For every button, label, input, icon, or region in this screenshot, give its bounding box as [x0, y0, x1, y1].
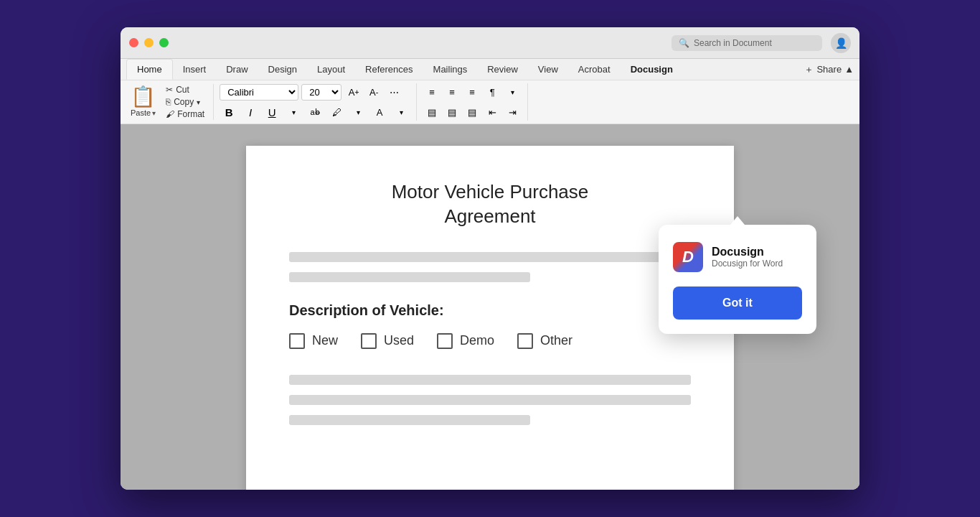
tab-docusign[interactable]: Docusign	[621, 60, 683, 79]
highlight-dropdown[interactable]: ▾	[349, 103, 367, 121]
font-size-buttons: A+ A- ⋯	[344, 83, 403, 101]
tab-review[interactable]: Review	[477, 60, 528, 79]
font-group: Calibri 20 A+ A- ⋯ B I U ▾ ab	[220, 83, 417, 121]
checkbox-used-box[interactable]	[361, 333, 377, 349]
decrease-font-button[interactable]: A-	[364, 83, 383, 101]
share-label: Share	[816, 64, 842, 75]
font-color-dropdown[interactable]: ▾	[392, 103, 410, 121]
doc-line-5	[289, 415, 530, 425]
checkbox-other-box[interactable]	[517, 333, 533, 349]
italic-button[interactable]: I	[241, 103, 260, 121]
underline-dropdown[interactable]: ▾	[284, 103, 303, 121]
align-justify-left[interactable]: ▤	[423, 103, 441, 121]
doc-line-4	[289, 395, 691, 405]
vehicle-section-title: Description of Vehicle:	[289, 302, 691, 319]
chevron-up-icon: ▲	[844, 64, 854, 75]
font-color-button[interactable]: A	[370, 103, 389, 121]
user-icon[interactable]: 👤	[831, 33, 851, 53]
share-button[interactable]: ＋ Share ▲	[804, 63, 854, 76]
maximize-button[interactable]	[159, 38, 169, 47]
align-right-button[interactable]: ≡	[463, 83, 481, 101]
font-options-button[interactable]: ⋯	[385, 83, 403, 101]
font-row-2: B I U ▾ ab̶ 🖊 ▾ A ▾	[220, 103, 410, 121]
search-placeholder: Search in Document	[694, 38, 772, 48]
highlight-color-button[interactable]: 🖊	[327, 103, 346, 121]
align-center-button[interactable]: ≡	[443, 83, 461, 101]
copy-dropdown-arrow: ▾	[197, 98, 200, 106]
popup-app-name: Docusign	[712, 246, 783, 258]
tab-view[interactable]: View	[528, 60, 568, 79]
popup-header: D Docusign Docusign for Word	[673, 242, 802, 272]
font-size-select[interactable]: 20	[301, 84, 341, 101]
paragraph-group: ≡ ≡ ≡ ¶ ▾ ▤ ▤ ▤ ⇤ ⇥	[423, 83, 528, 121]
checkbox-demo-box[interactable]	[437, 333, 453, 349]
search-bar[interactable]: 🔍 Search in Document	[672, 35, 822, 51]
doc-line-2	[289, 272, 530, 282]
underline-button[interactable]: U	[263, 103, 281, 121]
popup-arrow	[730, 216, 745, 225]
align-justify-center[interactable]: ▤	[443, 103, 461, 121]
format-button[interactable]: 🖌 Format	[163, 108, 207, 120]
tab-draw[interactable]: Draw	[216, 60, 258, 79]
ribbon-content: 📋 Paste ▾ ✂ Cut ⎘ Copy ▾	[121, 80, 859, 124]
ribbon-tabs: Home Insert Draw Design Layout Reference…	[121, 59, 859, 80]
checkbox-other-label: Other	[540, 333, 573, 348]
checkbox-other: Other	[517, 333, 573, 349]
close-button[interactable]	[129, 38, 138, 47]
tab-acrobat[interactable]: Acrobat	[568, 60, 621, 79]
got-it-button[interactable]: Got it	[673, 287, 802, 320]
strikethrough-button[interactable]: ab̶	[306, 103, 324, 121]
doc-line-3	[289, 375, 691, 385]
copy-icon: ⎘	[166, 97, 171, 107]
align-justify-right[interactable]: ▤	[463, 103, 481, 121]
checkbox-row: New Used Demo Other	[289, 333, 691, 349]
paste-icon: 📋	[131, 87, 156, 107]
tab-design[interactable]: Design	[258, 60, 307, 79]
format-icon: 🖌	[166, 109, 174, 119]
checkbox-new: New	[289, 333, 338, 349]
bold-button[interactable]: B	[220, 103, 238, 121]
popup-app-subtitle: Docusign for Word	[712, 258, 783, 269]
minimize-button[interactable]	[144, 38, 154, 47]
tab-references[interactable]: References	[355, 60, 423, 79]
clipboard-group: 📋 Paste ▾ ✂ Cut ⎘ Copy ▾	[126, 84, 214, 120]
checkbox-new-label: New	[312, 333, 338, 348]
doc-lines-bottom	[289, 375, 691, 425]
checkbox-demo: Demo	[437, 333, 494, 349]
increase-indent-button[interactable]: ⇥	[503, 103, 522, 121]
tab-insert[interactable]: Insert	[173, 60, 217, 79]
paragraph-options-button[interactable]: ¶	[483, 83, 501, 101]
font-row-1: Calibri 20 A+ A- ⋯	[220, 83, 410, 101]
paste-button[interactable]: 📋 Paste ▾	[126, 85, 160, 118]
search-icon: 🔍	[679, 38, 689, 48]
checkbox-used: Used	[361, 333, 414, 349]
tab-mailings[interactable]: Mailings	[423, 60, 478, 79]
checkbox-new-box[interactable]	[289, 333, 305, 349]
app-window: 🔍 Search in Document 👤 Home Insert Draw …	[121, 27, 859, 490]
document-title: Motor Vehicle Purchase Agreement	[289, 180, 691, 229]
tab-layout[interactable]: Layout	[307, 60, 355, 79]
plus-icon: ＋	[804, 63, 814, 76]
align-left-button[interactable]: ≡	[423, 83, 441, 101]
paragraph-row-1: ≡ ≡ ≡ ¶ ▾	[423, 83, 522, 101]
document-area: Motor Vehicle Purchase Agreement Descrip…	[121, 124, 859, 490]
copy-button[interactable]: ⎘ Copy ▾	[163, 96, 207, 108]
docusign-logo: D	[673, 242, 703, 272]
tab-home[interactable]: Home	[126, 59, 173, 80]
traffic-lights	[129, 38, 169, 47]
small-clipboard-btns: ✂ Cut ⎘ Copy ▾ 🖌 Format	[163, 84, 207, 120]
font-name-select[interactable]: Calibri	[220, 84, 298, 101]
checkbox-used-label: Used	[384, 333, 414, 348]
checkbox-demo-label: Demo	[460, 333, 494, 348]
doc-line-1	[289, 252, 691, 262]
title-bar-right: 🔍 Search in Document 👤	[672, 33, 851, 53]
decrease-indent-button[interactable]: ⇤	[483, 103, 501, 121]
cut-icon: ✂	[166, 85, 173, 95]
docusign-popup: D Docusign Docusign for Word Got it	[659, 225, 816, 334]
ribbon: Home Insert Draw Design Layout Reference…	[121, 59, 859, 124]
increase-font-button[interactable]: A+	[344, 83, 363, 101]
paste-dropdown-arrow: ▾	[152, 109, 156, 117]
cut-button[interactable]: ✂ Cut	[163, 84, 207, 96]
para-dropdown[interactable]: ▾	[503, 83, 522, 101]
paste-label: Paste	[131, 108, 151, 117]
